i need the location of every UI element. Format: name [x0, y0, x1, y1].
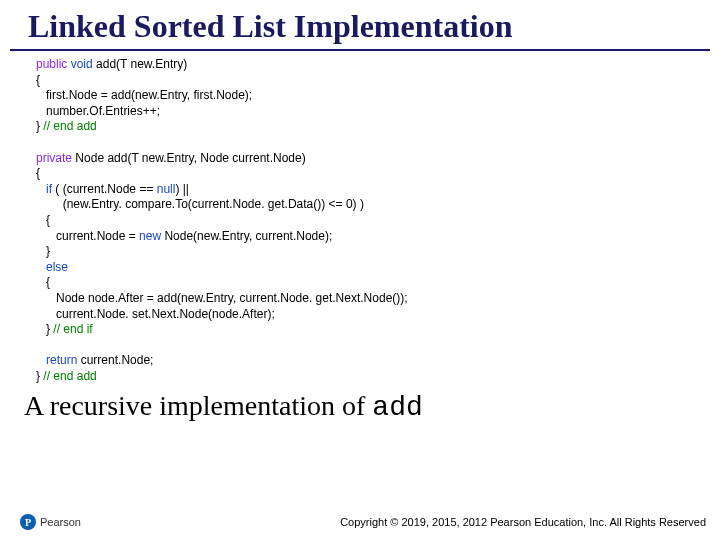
code-text: }: [36, 244, 50, 258]
slide-title: Linked Sorted List Implementation: [10, 0, 710, 51]
code-comment: // end add: [43, 369, 96, 383]
code-text: current.Node =: [36, 229, 139, 243]
subtitle-text: A recursive implementation of: [24, 390, 372, 421]
kw-new: new: [139, 229, 161, 243]
kw-if: if: [36, 182, 52, 196]
code-comment: // end add: [43, 119, 96, 133]
copyright-text: Copyright © 2019, 2015, 2012 Pearson Edu…: [340, 516, 706, 528]
slide-subtitle: A recursive implementation of add: [0, 384, 720, 423]
kw-public: public: [36, 57, 67, 71]
subtitle-mono: add: [372, 392, 422, 423]
code-text: Node(new.Entry, current.Node);: [161, 229, 332, 243]
kw-private: private: [36, 151, 72, 165]
code-text: current.Node;: [77, 353, 153, 367]
code-text: ( (current.Node ==: [52, 182, 157, 196]
footer: P Pearson Copyright © 2019, 2015, 2012 P…: [0, 514, 720, 530]
code-text: first.Node = add(new.Entry, first.Node);: [36, 88, 252, 102]
kw-else: else: [36, 260, 68, 274]
code-text: {: [36, 73, 40, 87]
kw-return: return: [36, 353, 77, 367]
code-text: add(T new.Entry): [93, 57, 188, 71]
code-block: public void add(T new.Entry) { first.Nod…: [0, 57, 720, 384]
publisher-logo: P Pearson: [20, 514, 81, 530]
code-text: }: [36, 322, 53, 336]
logo-text: Pearson: [40, 516, 81, 528]
kw-null: null: [157, 182, 176, 196]
code-text: current.Node. set.Next.Node(node.After);: [36, 307, 275, 321]
logo-icon: P: [20, 514, 36, 530]
code-text: ) ||: [175, 182, 189, 196]
code-text: Node node.After = add(new.Entry, current…: [36, 291, 408, 305]
code-comment: // end if: [53, 322, 92, 336]
kw-void: void: [67, 57, 92, 71]
code-text: number.Of.Entries++;: [36, 104, 160, 118]
code-text: {: [36, 213, 50, 227]
code-text: {: [36, 275, 50, 289]
code-text: (new.Entry. compare.To(current.Node. get…: [36, 197, 364, 211]
code-text: Node add(T new.Entry, Node current.Node): [72, 151, 306, 165]
code-text: {: [36, 166, 40, 180]
